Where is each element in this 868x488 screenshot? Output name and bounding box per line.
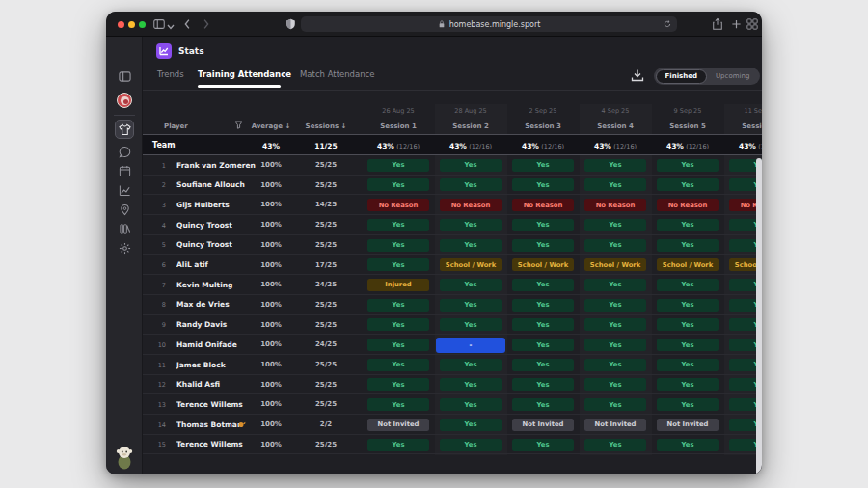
attendance-cell[interactable]: Yes [512, 219, 574, 231]
sidebar-item-jersey[interactable] [115, 120, 134, 139]
attendance-cell[interactable]: No Reason [512, 199, 574, 211]
attendance-cell[interactable]: Yes [584, 239, 646, 252]
vertical-scrollbar[interactable] [756, 158, 762, 474]
attendance-cell[interactable]: Yes [584, 439, 646, 451]
column-header-session[interactable]: Session 6 [724, 122, 763, 130]
attendance-cell[interactable]: Yes [367, 178, 429, 191]
attendance-cell[interactable]: Yes [657, 318, 719, 331]
attendance-cell[interactable]: School / Work [440, 258, 502, 271]
attendance-cell[interactable]: Yes [512, 439, 574, 451]
attendance-cell[interactable]: Yes [367, 439, 429, 451]
attendance-cell[interactable]: Yes [440, 439, 502, 451]
new-tab-icon[interactable] [731, 17, 742, 31]
attendance-cell[interactable]: Yes [584, 178, 646, 191]
attendance-cell[interactable]: Yes [584, 378, 646, 391]
attendance-cell[interactable]: Yes [367, 339, 429, 351]
attendance-cell[interactable]: Yes [440, 279, 502, 291]
attendance-cell[interactable]: Yes [440, 318, 502, 331]
attendance-cell[interactable]: Yes [440, 178, 502, 191]
table-row[interactable]: 14Thomas Botman100%2/2Not InvitedYesNot … [143, 415, 762, 435]
column-header-session[interactable]: Session 5 [652, 122, 724, 130]
column-header-session[interactable]: Session 2 [435, 122, 507, 130]
sidebar-item-chat[interactable] [115, 142, 134, 161]
table-row[interactable]: 12Khalid Asfi100%25/25YesYesYesYesYesYes [143, 375, 762, 395]
attendance-cell[interactable]: Yes [512, 159, 574, 172]
table-row[interactable]: 4Quincy Troost100%25/25YesYesYesYesYesYe… [143, 215, 762, 235]
attendance-cell[interactable]: Yes [657, 359, 719, 371]
attendance-cell[interactable]: Yes [512, 318, 574, 331]
segment-finished[interactable]: Finished [656, 69, 707, 84]
attendance-cell[interactable]: Yes [367, 359, 429, 371]
filter-icon[interactable] [234, 121, 243, 129]
attendance-cell[interactable]: No Reason [657, 199, 719, 211]
attendance-cell[interactable]: No Reason [367, 199, 429, 211]
attendance-cell[interactable]: Yes [657, 219, 719, 231]
attendance-cell[interactable]: Yes [440, 398, 502, 411]
sidebar-item-locations[interactable] [115, 200, 134, 219]
attendance-cell[interactable]: Yes [584, 359, 646, 371]
privacy-shield-icon[interactable] [285, 18, 296, 30]
attendance-cell[interactable]: Yes [367, 159, 429, 172]
attendance-cell[interactable]: Yes [512, 339, 574, 351]
download-icon[interactable] [631, 68, 644, 82]
column-header-sessions[interactable]: Sessions ↓ [299, 122, 353, 130]
column-header-session[interactable]: Session 4 [580, 122, 652, 130]
table-row[interactable]: 13Terence Willems100%25/25YesYesYesYesYe… [143, 394, 762, 415]
attendance-cell[interactable]: No Reason [440, 199, 502, 211]
minimize-window-button[interactable] [128, 21, 135, 28]
address-bar[interactable]: homebase.mingle.sport [301, 16, 677, 32]
zoom-window-button[interactable] [139, 21, 146, 28]
table-row[interactable]: 9Randy Davis100%25/25YesYesYesYesYesYes [143, 315, 762, 336]
attendance-cell[interactable]: Yes [657, 339, 719, 351]
attendance-cell[interactable]: Yes [440, 378, 502, 391]
attendance-cell-selected[interactable]: - [436, 338, 505, 353]
attendance-cell[interactable]: Yes [440, 299, 502, 312]
column-header-player[interactable]: Player [164, 122, 188, 130]
tab-trends[interactable]: Trends [157, 69, 184, 79]
tab-overview-icon[interactable] [746, 17, 758, 31]
attendance-cell[interactable]: Yes [657, 299, 719, 312]
attendance-cell[interactable]: Yes [440, 239, 502, 252]
table-row[interactable]: 15Terence Willems100%25/25YesYesYesYesYe… [143, 435, 762, 455]
attendance-cell[interactable]: Yes [440, 159, 502, 172]
attendance-cell[interactable]: Yes [440, 219, 502, 231]
attendance-cell[interactable]: Not Invited [584, 419, 646, 431]
back-button[interactable] [181, 17, 195, 31]
column-header-session[interactable]: Session 3 [507, 122, 580, 130]
attendance-cell[interactable]: School / Work [584, 258, 646, 271]
attendance-cell[interactable]: Yes [657, 279, 719, 291]
attendance-cell[interactable]: Yes [367, 219, 429, 231]
attendance-cell[interactable]: Yes [440, 359, 502, 371]
sidebar-item-library[interactable] [115, 219, 134, 238]
table-row[interactable]: 8Max de Vries100%25/25YesYesYesYesYesYes [143, 295, 762, 315]
segment-upcoming[interactable]: Upcoming [707, 69, 758, 84]
tab-match-attendance[interactable]: Match Attendance [300, 69, 374, 79]
attendance-cell[interactable]: Yes [584, 159, 646, 172]
attendance-cell[interactable]: Yes [512, 398, 574, 411]
team-avatar[interactable] [117, 93, 132, 108]
attendance-cell[interactable]: Yes [657, 378, 719, 391]
attendance-cell[interactable]: No Reason [584, 199, 646, 211]
table-row[interactable]: 1Frank van Zomeren100%25/25YesYesYesYesY… [143, 155, 762, 176]
reload-icon[interactable] [664, 20, 671, 28]
attendance-cell[interactable]: Yes [512, 299, 574, 312]
attendance-cell[interactable]: Yes [512, 178, 574, 191]
forward-button[interactable] [199, 17, 212, 31]
table-row[interactable]: 2Soufiane Allouch100%25/25YesYesYesYesYe… [143, 176, 762, 196]
column-header-average[interactable]: Average ↓ [244, 122, 298, 130]
attendance-cell[interactable]: Yes [367, 378, 429, 391]
attendance-cell[interactable]: Yes [367, 318, 429, 331]
attendance-cell[interactable]: Yes [512, 239, 574, 252]
attendance-cell[interactable]: Yes [657, 398, 719, 411]
attendance-cell[interactable]: Yes [657, 159, 719, 172]
attendance-cell[interactable]: Yes [512, 279, 574, 291]
sidebar-item-calendar[interactable] [115, 161, 134, 180]
attendance-cell[interactable]: Yes [512, 359, 574, 371]
attendance-cell[interactable]: Injured [367, 279, 429, 291]
attendance-cell[interactable]: Not Invited [512, 419, 574, 431]
sidebar-item-stats[interactable] [115, 180, 134, 200]
table-row[interactable]: 7Kevin Multing100%24/25InjuredYesYesYesY… [143, 275, 762, 295]
attendance-cell[interactable]: Yes [584, 219, 646, 231]
attendance-cell[interactable]: Yes [584, 299, 646, 312]
attendance-cell[interactable]: Not Invited [657, 419, 719, 431]
